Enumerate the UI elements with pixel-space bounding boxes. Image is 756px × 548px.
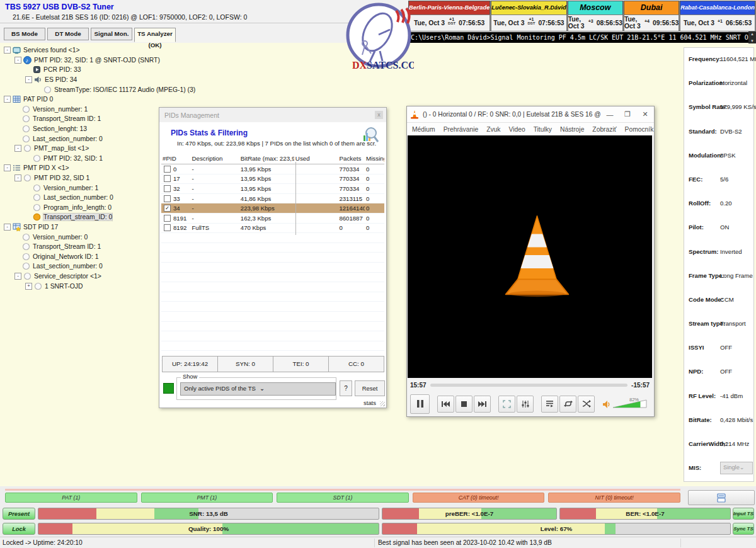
vlc-window: () - 0 Horizontal 0 / RF: 0 SNR: 0,0 | E… bbox=[406, 106, 655, 417]
pid-row-33[interactable]: 33-41,86 Kbps23131150 bbox=[161, 194, 384, 204]
prev-button[interactable] bbox=[437, 396, 454, 413]
vlc-titlebar[interactable]: () - 0 Horizontal 0 / RF: 0 SNR: 0,0 | E… bbox=[407, 106, 654, 123]
tree-item-transport-stream-id-1[interactable]: Transport_Stream ID: 1 bbox=[3, 242, 158, 252]
tree-item-sdt-pid-17[interactable]: -SDT PID 17 bbox=[3, 222, 158, 232]
expand-icon[interactable]: + bbox=[25, 283, 32, 290]
clock-date: Tue, Oct 3 bbox=[684, 20, 714, 26]
tab-dt-mode[interactable]: DT Mode bbox=[47, 28, 89, 40]
column-header[interactable]: Packets bbox=[338, 155, 365, 162]
minimize-button[interactable]: — bbox=[601, 111, 619, 118]
pause-button[interactable] bbox=[410, 394, 430, 414]
tree-item-pcr-pid-33[interactable]: PCR PID: 33 bbox=[3, 65, 158, 75]
tree-item-pmt-pid-x-1[interactable]: -PMT PID X <1> bbox=[3, 163, 158, 173]
tree-item-streamtype-iso-iec-11172-audio-mpeg-1-3[interactable]: StreamType: ISO/IEC 11172 Audio (MPEG-1)… bbox=[3, 84, 158, 94]
playlist-button[interactable] bbox=[541, 396, 558, 413]
tree-item-program-info-length-0[interactable]: Program_info_length: 0 bbox=[3, 203, 158, 213]
menu-m-dium[interactable]: Médium bbox=[412, 126, 435, 133]
menu-prehr-vanie[interactable]: Prehrávanie bbox=[444, 126, 479, 133]
tree-item-service-descriptor-1[interactable]: -Service_descriptor <1> bbox=[3, 271, 158, 282]
pid-row-8192[interactable]: 8192FullTS470 Kbps00 bbox=[161, 224, 384, 234]
tree-item-1-snrt-ojd[interactable]: +1 SNRT-OJD bbox=[3, 281, 158, 291]
collapse-icon[interactable]: - bbox=[14, 145, 21, 152]
tree-item-transport-stream-id-1[interactable]: Transport_Stream ID: 1 bbox=[3, 114, 158, 124]
stop-button[interactable] bbox=[455, 396, 472, 413]
tree-item-es-pid-34[interactable]: -ES PID: 34 bbox=[3, 75, 158, 85]
eq-button[interactable] bbox=[517, 396, 534, 413]
menu-n-stroje[interactable]: Nástroje bbox=[560, 126, 584, 133]
tree-item-version-number-1[interactable]: Version_number: 1 bbox=[3, 183, 158, 193]
reset-stats-button[interactable]: Reset stats bbox=[355, 380, 385, 396]
tree-item-pmt-map-list-1[interactable]: -PMT_map_list <1> bbox=[3, 144, 158, 154]
scroll-down-icon[interactable]: ▼ bbox=[750, 39, 754, 43]
tree-item-pat-pid-0[interactable]: -PAT PID 0 bbox=[3, 94, 158, 105]
tree-item-version-number-1[interactable]: Version_number: 1 bbox=[3, 105, 158, 115]
help-button[interactable]: ? bbox=[340, 380, 352, 396]
pids-window-title: PIDs Management bbox=[159, 111, 375, 119]
param-value: 5/6 bbox=[720, 176, 728, 183]
signal-row-2: Lock Quality: 100% Level: 67% Sync TS bbox=[0, 523, 756, 535]
speaker-icon bbox=[602, 400, 610, 409]
maximize-button[interactable]: ❐ bbox=[619, 110, 636, 118]
collapse-icon[interactable]: - bbox=[14, 273, 21, 280]
checkbox[interactable] bbox=[164, 195, 171, 202]
checkbox-checked[interactable]: ✓ bbox=[164, 205, 171, 212]
pid-row-17[interactable]: 17-13,95 Kbps7703340 bbox=[161, 174, 384, 185]
tree-item-last-section-number-0[interactable]: Last_section_number: 0 bbox=[3, 193, 158, 203]
collapse-icon[interactable]: - bbox=[4, 47, 11, 54]
scroll-up-icon[interactable]: ▲ bbox=[750, 32, 754, 36]
menu-titulky[interactable]: Titulky bbox=[534, 126, 552, 133]
tree-item-original-network-id-1[interactable]: Original_Network ID: 1 bbox=[3, 251, 158, 261]
menu-video[interactable]: Video bbox=[508, 126, 525, 133]
lock-indicator: Lock bbox=[3, 523, 35, 535]
mis-select[interactable]: Single⌄ bbox=[720, 462, 753, 474]
table-list-button[interactable] bbox=[688, 490, 755, 505]
column-header[interactable]: Used bbox=[294, 155, 338, 162]
column-header[interactable]: #PID bbox=[161, 155, 190, 162]
resize-grip[interactable] bbox=[380, 401, 385, 406]
collapse-icon[interactable]: - bbox=[4, 96, 11, 103]
tree-item-transport-stream-id-0[interactable]: Transport_stream_ID: 0 bbox=[3, 212, 158, 222]
checkbox[interactable] bbox=[164, 185, 171, 192]
fullscreen-button[interactable] bbox=[498, 396, 515, 413]
tree-item-pmt-pid-32-sid-1[interactable]: PMT PID: 32, SID: 1 bbox=[3, 154, 158, 164]
shuffle-button[interactable] bbox=[578, 396, 595, 413]
tree-item-section-lenght-13[interactable]: Section_lenght: 13 bbox=[3, 124, 158, 134]
checkbox[interactable] bbox=[164, 215, 171, 222]
checkbox[interactable] bbox=[164, 166, 171, 173]
column-header[interactable]: Missing bbox=[365, 155, 384, 162]
collapse-icon[interactable]: - bbox=[14, 57, 21, 64]
menu-pomocn-k[interactable]: Pomocník bbox=[625, 126, 654, 133]
collapse-icon[interactable]: - bbox=[14, 174, 21, 181]
tree-item-version-number-0[interactable]: Version_number: 0 bbox=[3, 232, 158, 242]
collapse-icon[interactable]: - bbox=[25, 76, 32, 83]
tab-signal-mon[interactable]: Signal Mon. bbox=[91, 28, 132, 40]
tree-item-last-section-number-0[interactable]: Last_section_number: 0 bbox=[3, 134, 158, 144]
pids-titlebar[interactable]: PIDs Management x bbox=[159, 108, 386, 122]
seek-slider[interactable] bbox=[430, 384, 628, 387]
collapse-icon[interactable]: - bbox=[4, 164, 11, 171]
menu-zvuk[interactable]: Zvuk bbox=[486, 126, 500, 133]
console-scrollbar[interactable]: ▲ ▼ bbox=[748, 31, 756, 43]
show-filter-select[interactable]: Only active PIDS of the TS ⌄ bbox=[180, 382, 336, 396]
tab-bs-mode[interactable]: BS Mode bbox=[4, 28, 45, 40]
vlc-menubar: MédiumPrehrávanieZvukVideoTitulkyNástroj… bbox=[407, 123, 654, 135]
collapse-icon[interactable]: - bbox=[4, 224, 11, 231]
pid-row-8191[interactable]: 8191-162,3 Kbps86018870 bbox=[161, 214, 384, 224]
column-header[interactable]: Description bbox=[190, 155, 239, 162]
checkbox[interactable] bbox=[164, 224, 171, 231]
tree-item-services-found-1[interactable]: -Services found <1> bbox=[3, 45, 158, 55]
tree-item-pmt-pid-32-sid-1-snrt-ojd-snrt[interactable]: -♪PMT PID: 32, SID: 1 @ SNRT-OJD (SNRT) bbox=[3, 55, 158, 66]
loop-button[interactable] bbox=[559, 396, 576, 413]
pid-row-0[interactable]: 0-13,95 Kbps7703340 bbox=[161, 164, 384, 174]
column-header[interactable]: BitRate (max: 223,98 Kb... bbox=[239, 155, 294, 162]
tree-item-pmt-pid-32-sid-1[interactable]: -PMT PID 32, SID 1 bbox=[3, 173, 158, 183]
tree-item-last-section-number-0[interactable]: Last_section_number: 0 bbox=[3, 261, 158, 271]
checkbox[interactable] bbox=[164, 175, 171, 182]
next-button[interactable] bbox=[474, 396, 491, 413]
tab-ts-analyzer-ok[interactable]: TS Analyzer (OK) bbox=[134, 28, 176, 42]
pid-row-32[interactable]: 32-13,95 Kbps7703340 bbox=[161, 184, 384, 194]
close-button[interactable]: ✕ bbox=[636, 110, 654, 118]
menu-zobrazi[interactable]: Zobraziť bbox=[592, 126, 616, 133]
pid-row-34[interactable]: ✓34-223,98 Kbps121641400 bbox=[161, 203, 384, 214]
close-icon[interactable]: x bbox=[375, 111, 383, 119]
